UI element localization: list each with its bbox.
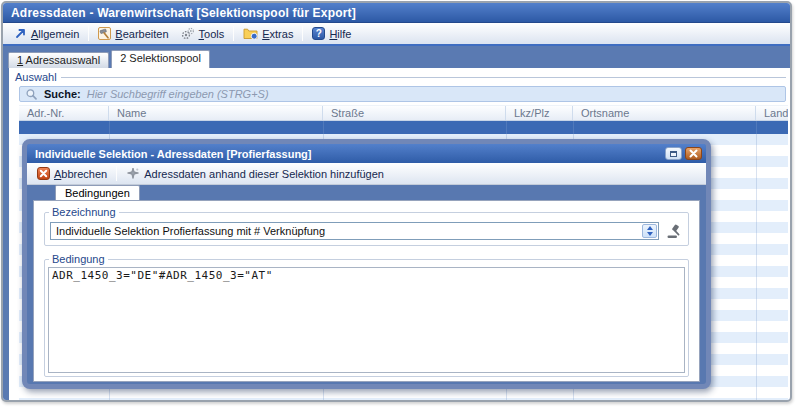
chevron-down-icon (647, 232, 653, 236)
gears-icon (181, 27, 195, 40)
search-icon (25, 88, 38, 101)
window-title: Adressdaten - Warenwirtschaft [Selektion… (11, 6, 356, 20)
cancel-icon (37, 167, 50, 180)
help-icon: ? (312, 27, 325, 40)
add-selection-icon (126, 167, 140, 180)
toolbar-separator (302, 26, 303, 41)
bezeichnung-groupbox: Bezeichnung Individuelle Selektion Profi… (44, 212, 689, 246)
abbrechen-button[interactable]: Abbrechen (31, 166, 113, 181)
tab-selektionspool[interactable]: 2 Selektionspool (111, 50, 210, 68)
dialog-tabrow: Bedingungen (33, 185, 700, 200)
hammer-icon (98, 27, 111, 40)
bezeichnung-value: Individuelle Selektion Profierfassung mi… (52, 225, 642, 237)
dialog-title: Individuelle Selektion - Adressdaten [Pr… (35, 148, 311, 160)
dialog-toolbar: Abbrechen Adressdaten anhand dieser Sele… (27, 163, 706, 185)
tab-bedingungen[interactable]: Bedingungen (55, 185, 140, 200)
table-header-row: Adr.-Nr.NameStraßeLkz/PlzOrtsnameLand (19, 105, 788, 121)
column-header[interactable]: Land (756, 106, 788, 120)
column-header[interactable]: Name (109, 106, 323, 120)
column-header[interactable]: Straße (323, 106, 506, 120)
close-button[interactable] (685, 147, 702, 160)
dialog-titlebar: Individuelle Selektion - Adressdaten [Pr… (27, 144, 706, 163)
column-header[interactable]: Adr.-Nr. (19, 106, 109, 120)
individuelle-selektion-dialog: Individuelle Selektion - Adressdaten [Pr… (22, 139, 711, 389)
dialog-content: Bedingungen Bezeichnung Individuelle Sel… (27, 185, 706, 384)
search-input[interactable]: Hier Suchbegriff eingeben (STRG+S) (87, 88, 269, 100)
table-row[interactable] (19, 398, 788, 400)
bedingungen-page: Bezeichnung Individuelle Selektion Profi… (33, 200, 700, 382)
gavel-icon[interactable] (666, 224, 683, 239)
window-titlebar: Adressdaten - Warenwirtschaft [Selektion… (3, 3, 790, 23)
bedingung-textarea[interactable]: ADR_1450_3="DE"#ADR_1450_3="AT" (48, 267, 685, 373)
toolbar-separator (88, 26, 89, 41)
menu-allgemein[interactable]: Allgemein (8, 26, 85, 41)
bedingung-groupbox: Bedingung ADR_1450_3="DE"#ADR_1450_3="AT… (44, 259, 689, 377)
menu-extras[interactable]: Extras (237, 26, 299, 41)
toolbar-separator (233, 26, 234, 41)
grid-line (756, 121, 757, 400)
bedingung-label: Bedingung (49, 253, 108, 266)
column-header[interactable]: Ortsname (573, 106, 756, 120)
close-icon (689, 149, 698, 158)
main-tabband: 1 Adressauswahl 2 Selektionspool (3, 46, 790, 68)
toolbar-separator (116, 166, 117, 181)
tab-adressauswahl[interactable]: 1 Adressauswahl (8, 52, 109, 68)
arrow-ne-icon (14, 27, 27, 40)
search-bar[interactable]: Suche: Hier Suchbegriff eingeben (STRG+S… (19, 86, 786, 102)
menu-bearbeiten[interactable]: Bearbeiten (92, 26, 174, 41)
add-selection-button[interactable]: Adressdaten anhand dieser Selektion hinz… (120, 166, 390, 181)
combobox-spinner[interactable] (642, 224, 657, 238)
bezeichnung-label: Bezeichnung (49, 206, 119, 219)
restore-button[interactable] (665, 147, 682, 160)
bezeichnung-combobox[interactable]: Individuelle Selektion Profierfassung mi… (50, 222, 659, 240)
search-label: Suche: (44, 88, 81, 100)
table-row-selected[interactable] (19, 121, 788, 134)
restore-icon (670, 151, 677, 157)
chevron-up-icon (647, 226, 653, 230)
main-toolbar: Allgemein Bearbeiten T (3, 23, 790, 46)
column-header[interactable]: Lkz/Plz (506, 106, 573, 120)
menu-tools[interactable]: Tools (175, 26, 231, 41)
auswahl-groupbox-label: Auswahl (15, 70, 786, 83)
folder-icon (243, 27, 258, 40)
menu-hilfe[interactable]: ? Hilfe (306, 26, 357, 41)
